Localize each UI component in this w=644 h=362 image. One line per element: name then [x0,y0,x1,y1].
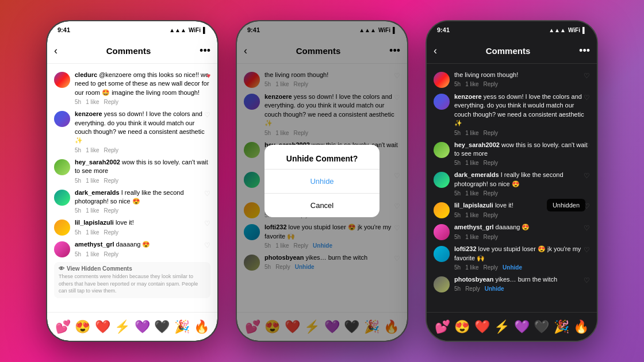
time-6-right: 5h [454,234,461,240]
username-4-right: dark_emeralds [454,171,499,178]
heart-1[interactable]: ♥ [206,72,210,80]
emoji-confetti[interactable]: 🎉 [174,319,190,334]
reply-lofti-right[interactable]: Reply [483,264,498,271]
cancel-button[interactable]: Cancel [264,194,379,217]
comment-text-1-right: the living room though! [454,71,590,79]
unhide-confirm-button[interactable]: Unhide [264,170,379,193]
heart-2[interactable]: ♡ [204,111,210,119]
battery-icon: ▌ [203,27,207,33]
emoji-heart-eyes[interactable]: 😍 [75,319,90,334]
heart-4[interactable]: ♡ [204,190,210,198]
comment-content-1: cledurc @kenzoere omg this looks so nice… [75,71,210,105]
hidden-comments-banner[interactable]: 👁 View Hidden Comments These comments we… [54,262,210,298]
emoji-6-right[interactable]: 🖤 [534,319,549,334]
likes-lofti-right: 1 like [465,264,478,271]
reply-4-right[interactable]: Reply [483,190,498,197]
view-hidden-label[interactable]: View Hidden Comments [67,265,132,272]
heart-photos-right[interactable]: ♡ [584,276,590,284]
comment-content-4-right: dark_emeralds I really like the second p… [454,171,590,197]
emoji-5-right[interactable]: 💜 [514,319,530,334]
heart-2-right[interactable]: ♡ [584,94,590,102]
avatar-6-right [434,224,450,240]
emoji-7-right[interactable]: 🎉 [554,319,569,334]
emoji-bar-right: 💕 😍 ❤️ ⚡ 💜 🖤 🎉 🔥 [427,312,597,341]
more-button-right[interactable]: ••• [579,45,590,57]
comment-content-2-right: kenzoere yess so down! I love the colors… [454,93,590,136]
likes-5: 1 like [86,229,99,236]
status-bar-left: 9:41 ▲▲▲ WiFi ▌ [47,21,217,38]
comment-content-6-right: amethyst_grl daaaang 😍 5h 1 like Reply [454,223,590,240]
heart-3-right[interactable]: ♡ [584,142,590,150]
emoji-fire[interactable]: 🔥 [194,319,209,334]
reply-3-right[interactable]: Reply [483,160,498,166]
emoji-purple-heart[interactable]: 💜 [135,319,150,334]
status-bar-right: 9:41 ▲▲▲ WiFi ▌ [427,21,597,38]
emoji-2-right[interactable]: 😍 [454,319,470,334]
reply-btn-5[interactable]: Reply [103,229,118,236]
meta-6: 5h 1 like Reply [75,251,210,257]
reply-photos-right[interactable]: Reply [465,286,480,292]
heart-6-right[interactable]: ♡ [584,224,590,232]
back-button-left[interactable]: ‹ [54,45,57,57]
reply-5-right[interactable]: Reply [483,212,498,218]
emoji-lightning[interactable]: ⚡ [114,319,130,334]
heart-6[interactable]: ♡ [204,241,210,249]
time-2: 5h [75,147,81,153]
emoji-4-right[interactable]: ⚡ [494,319,509,334]
unhide-lofti-right[interactable]: Unhide [503,264,522,271]
heart-lofti-right[interactable]: ♡ [584,246,590,254]
time-lofti-right: 5h [454,264,461,271]
emoji-bar-left: 💕 😍 ❤️ ⚡ 💜 🖤 🎉 🔥 [47,312,217,341]
heart-5[interactable]: ♡ [204,219,210,228]
battery-icon-right: ▌ [582,27,586,33]
reply-1-right[interactable]: Reply [483,81,498,87]
time-3-right: 5h [454,160,461,166]
reply-btn-6[interactable]: Reply [103,251,118,257]
reply-btn-4[interactable]: Reply [103,207,118,214]
comments-area-left: cledurc @kenzoere omg this looks so nice… [47,64,217,312]
time-5-right: 5h [454,212,461,218]
likes-5-right: 1 like [465,212,478,218]
mention-1: @kenzoere [99,71,131,78]
heart-3[interactable]: ♡ [204,159,210,167]
meta-5-right: 5h 1 like Reply [454,212,590,218]
comment-1-left: cledurc @kenzoere omg this looks so nice… [47,68,217,107]
unhide-photos-right[interactable]: Unhide [485,286,504,292]
likes-6-right: 1 like [465,234,478,240]
signal-icon-right: ▲▲▲ [549,27,566,33]
reply-btn-1[interactable]: Reply [103,99,118,105]
time-2-right: 5h [454,130,461,136]
emoji-black-heart[interactable]: 🖤 [154,319,170,334]
reply-2-right[interactable]: Reply [483,130,498,136]
comment-content-2: kenzoere yess so down! I love the colors… [75,110,210,153]
emoji-red-heart[interactable]: ❤️ [95,319,110,334]
text-body-photos-right: yikes… burn the witch [496,276,558,283]
meta-4: 5h 1 like Reply [75,207,210,214]
username-6-right: amethyst_grl [454,224,493,230]
reply-btn-2[interactable]: Reply [103,147,118,153]
avatar-2-right [434,94,450,110]
emoji-8-right[interactable]: 🔥 [573,319,589,334]
username-4: dark_emeralds [75,189,120,196]
more-button-left[interactable]: ••• [200,45,210,57]
username-lofti-right: lofti232 [454,245,477,252]
meta-2: 5h 1 like Reply [75,147,210,153]
emoji-heart-sparkle[interactable]: 💕 [55,319,71,334]
emoji-3-right[interactable]: ❤️ [474,319,490,334]
heart-4-right[interactable]: ♡ [584,172,590,180]
heart-1-right[interactable]: ♡ [584,72,590,80]
comment-3-left: hey_sarah2002 wow this is so lovely. can… [47,156,217,186]
reply-6-right[interactable]: Reply [483,234,498,240]
back-button-right[interactable]: ‹ [434,45,437,57]
emoji-1-right[interactable]: 💕 [435,319,450,334]
status-icons-left: ▲▲▲ WiFi ▌ [169,27,207,33]
reply-btn-3[interactable]: Reply [103,178,118,184]
meta-2-right: 5h 1 like Reply [454,130,590,136]
comment-6-left: amethyst_grl daaaang 😍 5h 1 like Reply ♡ [47,238,217,260]
comments-area-right: the living room though! 5h 1 like Reply … [427,64,597,312]
text-body-5: love it! [116,219,134,226]
comment-text-photos-right: photosbyean yikes… burn the witch [454,275,590,284]
avatar-lil-l [54,219,70,236]
comment-content-6: amethyst_grl daaaang 😍 5h 1 like Reply [75,240,210,257]
comment-content-3: hey_sarah2002 wow this is so lovely. can… [75,158,210,184]
